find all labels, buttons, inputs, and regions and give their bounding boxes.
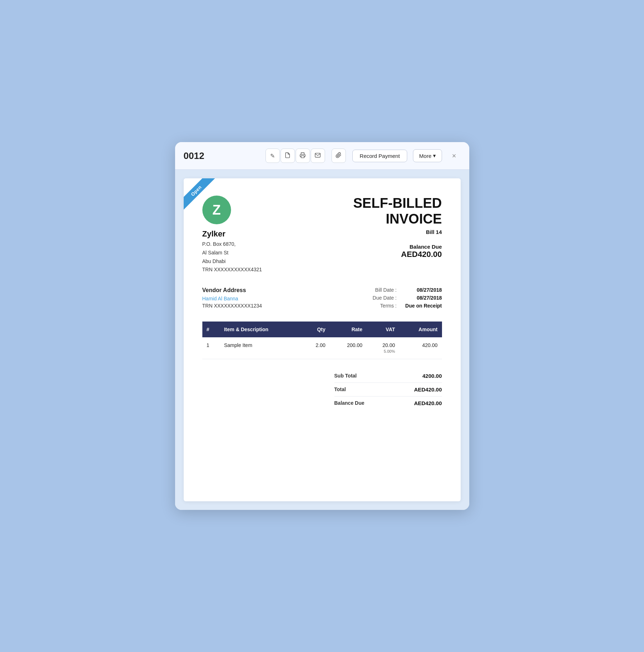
invoice-number: 0012: [184, 150, 205, 161]
col-header-description: Item & Description: [220, 322, 301, 337]
total-row: Total AED420.00: [334, 383, 442, 397]
invoice-paper: Open Z Zylker P.O. Box 6870, Al Salam St…: [184, 178, 461, 501]
vendor-address-block: Vendor Address Hamid Al Banna TRN XXXXXX…: [202, 287, 322, 309]
titlebar: 0012 ✎: [175, 142, 469, 170]
balance-due-header-amount: AED420.00: [322, 250, 442, 259]
bill-date-label: Bill Date :: [368, 287, 397, 293]
top-section: Z Zylker P.O. Box 6870, Al Salam St Abu …: [202, 196, 442, 274]
print-button[interactable]: [296, 149, 310, 163]
col-header-number: #: [202, 322, 220, 337]
vendor-addr-line2: Al Salam St: [202, 249, 322, 257]
invoice-title-line2: INVOICE: [322, 211, 442, 227]
edit-icon: ✎: [270, 153, 275, 159]
due-date-row: Due Date : 08/27/2018: [368, 295, 442, 301]
terms-row: Terms : Due on Receipt: [368, 303, 442, 309]
email-button[interactable]: [311, 149, 325, 163]
attachment-button[interactable]: [332, 149, 346, 163]
balance-due-header-label: Balance Due: [322, 244, 442, 250]
subtotal-value: 4200.00: [422, 373, 442, 379]
pdf-button[interactable]: [281, 149, 295, 163]
vendor-address-title: Vendor Address: [202, 287, 322, 294]
terms-value: Due on Receipt: [403, 303, 442, 309]
vendor-address-trn: TRN XXXXXXXXXXX1234: [202, 303, 322, 309]
address-section: Vendor Address Hamid Al Banna TRN XXXXXX…: [202, 287, 442, 309]
pdf-icon: [285, 152, 291, 160]
vendor-logo: Z: [202, 196, 231, 224]
col-header-rate: Rate: [330, 322, 367, 337]
svg-rect-0: [301, 155, 304, 158]
balance-due-value: AED420.00: [414, 400, 442, 406]
print-icon: [300, 152, 306, 160]
balance-due-row: Balance Due AED420.00: [334, 397, 442, 410]
content-area: Open Z Zylker P.O. Box 6870, Al Salam St…: [175, 170, 469, 510]
bill-number: Bill 14: [322, 229, 442, 235]
email-icon: [315, 152, 321, 160]
vendor-trn: TRN XXXXXXXXXXX4321: [202, 266, 322, 274]
cell-vat: 20.005.00%: [367, 337, 399, 359]
cell-description: Sample Item: [220, 337, 301, 359]
col-header-qty: Qty: [301, 322, 330, 337]
record-payment-label: Record Payment: [360, 153, 400, 159]
due-date-label: Due Date :: [368, 295, 397, 301]
cell-number: 1: [202, 337, 220, 359]
cell-rate: 200.00: [330, 337, 367, 359]
vendor-addr-line3: Abu Dhabi: [202, 257, 322, 266]
col-header-vat: VAT: [367, 322, 399, 337]
close-button[interactable]: ×: [448, 149, 461, 162]
line-items-table: # Item & Description Qty Rate VAT Amount…: [202, 322, 442, 359]
vendor-addr-line1: P.O. Box 6870,: [202, 240, 322, 249]
dates-block: Bill Date : 08/27/2018 Due Date : 08/27/…: [322, 287, 442, 309]
cell-amount: 420.00: [399, 337, 442, 359]
totals-section: Sub Total 4200.00 Total AED420.00 Balanc…: [202, 369, 442, 410]
edit-button[interactable]: ✎: [265, 149, 280, 163]
invoice-window: 0012 ✎: [175, 142, 469, 510]
close-icon: ×: [452, 152, 456, 160]
toolbar-icons: ✎: [265, 149, 325, 163]
total-label: Total: [334, 386, 346, 393]
more-button[interactable]: More ▾: [413, 149, 442, 162]
vendor-contact-name: Hamid Al Banna: [202, 296, 322, 301]
subtotal-row: Sub Total 4200.00: [334, 369, 442, 383]
more-label: More: [419, 153, 431, 159]
due-date-value: 08/27/2018: [403, 295, 442, 301]
totals-table: Sub Total 4200.00 Total AED420.00 Balanc…: [334, 369, 442, 410]
cell-qty: 2.00: [301, 337, 330, 359]
record-payment-button[interactable]: Record Payment: [352, 150, 408, 162]
attachment-icon: [335, 152, 342, 160]
terms-label: Terms :: [368, 303, 397, 309]
col-header-amount: Amount: [399, 322, 442, 337]
balance-due-label: Balance Due: [334, 400, 365, 406]
subtotal-label: Sub Total: [334, 373, 357, 379]
vendor-address: P.O. Box 6870, Al Salam St Abu Dhabi TRN…: [202, 240, 322, 274]
invoice-title: SELF-BILLED INVOICE: [322, 196, 442, 227]
invoice-right: SELF-BILLED INVOICE Bill 14 Balance Due …: [322, 196, 442, 259]
vendor-left: Z Zylker P.O. Box 6870, Al Salam St Abu …: [202, 196, 322, 274]
chevron-down-icon: ▾: [433, 153, 436, 159]
bill-date-row: Bill Date : 08/27/2018: [368, 287, 442, 293]
invoice-title-line1: SELF-BILLED: [322, 196, 442, 211]
table-row: 1 Sample Item 2.00 200.00 20.005.00% 420…: [202, 337, 442, 359]
bill-date-value: 08/27/2018: [403, 287, 442, 293]
vendor-name: Zylker: [202, 229, 322, 239]
total-value: AED420.00: [414, 386, 442, 393]
